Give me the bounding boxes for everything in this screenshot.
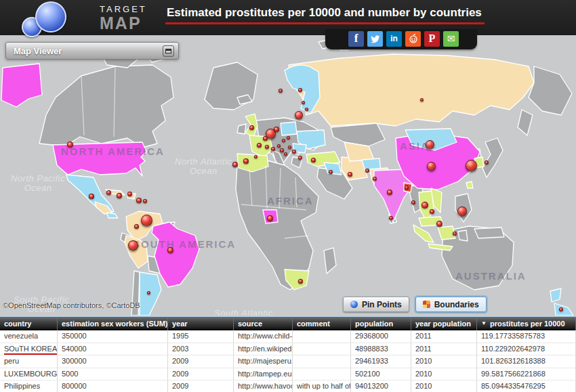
column-header-prostitutes-per-10000[interactable]: ▼prostitutes per 10000 [477,317,576,330]
table-row[interactable]: SOuTH KOREA5400002003http://en.wikipedi4… [0,343,576,356]
map-pin[interactable] [147,291,150,295]
map-pin[interactable] [430,209,434,214]
map-pin[interactable] [287,136,290,139]
map-pin[interactable] [373,177,377,181]
map-pin[interactable] [274,127,279,132]
country-usa[interactable] [53,142,146,176]
map-canvas[interactable]: NORTH AMERICASOUTH AMERICAAFRICAASIAAUST… [0,35,576,315]
map-pin[interactable] [134,224,139,229]
map-pin[interactable] [127,192,132,196]
map-pin[interactable] [436,221,443,227]
map-pin[interactable] [89,194,94,199]
twitter-icon[interactable] [367,31,383,47]
map-pin[interactable] [282,139,285,142]
map-pin[interactable] [277,144,281,148]
email-icon[interactable]: ✉ [443,31,459,47]
map-pin[interactable] [254,155,258,158]
pinterest-icon[interactable]: P [424,31,440,47]
map-pin[interactable] [271,147,275,151]
map-pin[interactable] [411,200,415,204]
country-madagascar[interactable] [324,248,336,274]
map-pin[interactable] [128,240,138,251]
map-pin[interactable] [305,108,308,111]
new-zealand-south[interactable] [554,303,573,315]
column-header-population[interactable]: population [351,317,411,330]
column-header-year[interactable]: year [168,317,234,330]
map-pin[interactable] [67,141,73,148]
panama[interactable] [107,213,118,218]
column-header-country[interactable]: country [0,317,58,330]
map-pin[interactable] [420,98,424,102]
map-pin[interactable] [302,101,305,104]
map-pin[interactable] [457,206,467,216]
country-argentina[interactable] [140,272,161,315]
country-poland[interactable] [281,122,297,135]
map-viewer-collapse-button[interactable] [163,45,174,57]
country-canada[interactable] [39,65,173,148]
map-pin[interactable] [405,186,409,190]
table-row[interactable]: Philippines8000002009http://www.havocwit… [0,380,576,392]
table-row[interactable]: LUXEMBOURG50002009http://tampep.eu502100… [0,368,576,381]
map-pin[interactable] [387,190,392,195]
map-pin[interactable] [389,216,393,220]
column-header-comment[interactable]: comment [293,317,351,330]
facebook-icon[interactable]: f [348,31,364,47]
country-kazakhstan[interactable] [331,123,385,146]
map-pin[interactable] [427,162,436,171]
map-pin[interactable] [232,162,238,167]
map-pin[interactable] [348,172,352,177]
column-header-year-population[interactable]: year population [411,317,477,330]
map-pin[interactable] [257,143,262,148]
sumatra[interactable] [413,225,434,242]
map-pin[interactable] [311,158,316,162]
map-pin[interactable] [292,150,296,154]
map-pin[interactable] [466,160,477,171]
country-taiwan[interactable] [466,181,473,188]
country-brazil[interactable] [152,222,199,287]
country-alaska[interactable] [1,64,42,107]
map-pin[interactable] [298,156,302,160]
papua-new-guinea[interactable] [474,227,504,238]
map-pin[interactable] [263,136,268,141]
country-japan[interactable] [482,138,503,177]
map-pin[interactable] [279,89,283,93]
country-russia[interactable] [289,54,534,126]
map-pin[interactable] [243,158,249,164]
map-pin[interactable] [298,88,302,92]
reddit-icon[interactable] [405,31,421,47]
map-pin[interactable] [284,152,287,156]
column-header-source[interactable]: source [234,317,293,330]
linkedin-icon[interactable]: in [386,31,402,47]
map-pin[interactable] [288,146,291,149]
map-pin[interactable] [298,279,303,284]
map-pin[interactable] [106,190,111,195]
map-pin[interactable] [249,125,254,130]
pin-points-button[interactable]: Pin Points [343,297,409,312]
map-pin[interactable] [329,170,333,174]
table-row[interactable]: venezuela3500001995http://www.child-2936… [0,330,576,343]
map-pin[interactable] [136,198,142,203]
map-pin[interactable] [141,215,152,226]
map-pin[interactable] [167,247,173,253]
map-pin[interactable] [117,193,122,198]
country-peru[interactable] [125,236,148,268]
map-pin[interactable] [426,140,434,149]
map-pin[interactable] [265,145,269,149]
map-pin[interactable] [453,232,457,236]
map-pin[interactable] [143,199,147,203]
map-pin[interactable] [485,160,489,165]
new-zealand-north[interactable] [550,288,561,302]
targetmap-logo[interactable]: TARGET MAP [0,0,163,35]
scandinavia[interactable] [285,65,320,114]
map-pin[interactable] [280,148,284,152]
map-pin[interactable] [295,111,303,119]
column-header-estimation-sex-workers-sum-[interactable]: estimation sex workers (SUM) [58,317,168,330]
table-row[interactable]: peru3000002009http://majesperu.294619332… [0,355,576,368]
map-pin[interactable] [559,307,563,311]
map-pin[interactable] [267,215,273,221]
country-greenland[interactable] [205,62,258,110]
boundaries-button[interactable]: Boundaries [415,297,487,312]
country-ireland[interactable] [237,124,246,134]
map-pin[interactable] [421,202,428,209]
map-pin[interactable] [365,169,369,173]
